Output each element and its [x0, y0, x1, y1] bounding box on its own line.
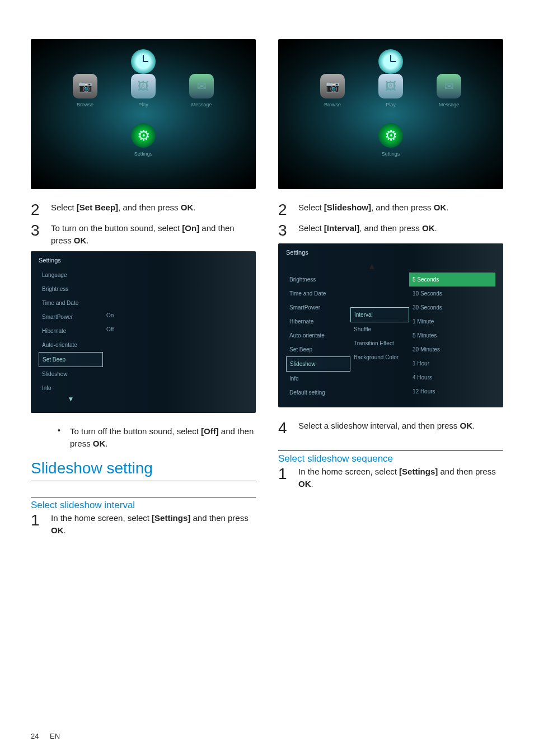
- step-text: Select [Slideshow], and then press OK.: [298, 201, 503, 214]
- settings-item: 1 Minute: [409, 314, 495, 328]
- settings-screenshot-2: Settings ▲ BrightnessTime and DateSmartP…: [278, 243, 503, 407]
- step-number: 2: [31, 201, 43, 218]
- home-item-message: ✉Message: [189, 74, 214, 107]
- settings-item: Slideshow: [39, 367, 103, 381]
- step-3-left: 3 To turn on the button sound, select [O…: [31, 222, 256, 247]
- settings-left-col: BrightnessTime and DateSmartPowerHiberna…: [286, 273, 350, 400]
- settings-item: 4 Hours: [409, 370, 495, 384]
- step-text: Select [Interval], and then press OK.: [298, 222, 503, 234]
- settings-item: SmartPower: [286, 300, 350, 314]
- home-item-message: ✉Message: [437, 74, 461, 107]
- settings-item: Auto-orientate: [39, 338, 103, 352]
- bullet-dot: •: [58, 425, 62, 436]
- two-column-layout: 📷Browse 🖼Play ✉Message ⚙Settings 2 Selec…: [31, 39, 503, 541]
- settings-item: Transition Effect: [350, 336, 409, 350]
- settings-item: Language: [39, 268, 103, 282]
- step-text: Select a slideshow interval, and then pr…: [298, 420, 503, 432]
- play-icon: 🖼: [378, 74, 403, 98]
- settings-item: Time and Date: [286, 287, 350, 300]
- section-heading-slideshow: Slideshow setting: [31, 459, 256, 477]
- step-text: To turn on the button sound, select [On]…: [51, 222, 256, 247]
- home-item-play: 🖼Play: [378, 74, 403, 107]
- settings-item: Info: [39, 381, 103, 395]
- settings-title: Settings: [278, 243, 503, 260]
- browse-label: Browse: [77, 102, 93, 107]
- settings-item: Hibernate: [286, 314, 350, 328]
- step-number: 4: [278, 420, 291, 436]
- settings-item: 10 Seconds: [409, 287, 495, 300]
- settings-item: 30 Minutes: [409, 342, 495, 356]
- settings-item: Auto-orientate: [286, 328, 350, 342]
- message-label: Message: [191, 102, 212, 107]
- page-lang: EN: [50, 732, 60, 740]
- step-number: 3: [31, 222, 43, 238]
- left-column: 📷Browse 🖼Play ✉Message ⚙Settings 2 Selec…: [31, 39, 256, 541]
- settings-item: Info: [286, 372, 350, 386]
- sub-heading-interval: Select slideshow interval: [31, 500, 256, 511]
- home-row-1: 📷Browse 🖼Play ✉Message: [278, 74, 503, 107]
- step-text: In the home screen, select [Settings] an…: [51, 512, 256, 537]
- step-4-right: 4 Select a slideshow interval, and then …: [278, 420, 503, 436]
- settings-item: 1 Hour: [409, 356, 495, 370]
- settings-item: Set Beep: [286, 342, 350, 356]
- settings-item: Hibernate: [39, 324, 103, 338]
- play-label: Play: [138, 102, 148, 107]
- manual-page: 📷Browse 🖼Play ✉Message ⚙Settings 2 Selec…: [0, 0, 534, 756]
- settings-item: Brightness: [39, 282, 103, 296]
- home-item-settings: ⚙Settings: [131, 123, 156, 157]
- sub-heading-sequence: Select slideshow sequence: [278, 453, 503, 464]
- step-2-right: 2 Select [Slideshow], and then press OK.: [278, 201, 503, 218]
- message-icon: ✉: [437, 74, 461, 98]
- step-number: 1: [31, 512, 43, 528]
- settings-screenshot-1: Settings LanguageBrightnessTime and Date…: [31, 251, 256, 413]
- home-clock-item: [278, 49, 503, 77]
- settings-body: BrightnessTime and DateSmartPowerHiberna…: [278, 273, 503, 407]
- clock-icon: [131, 49, 156, 74]
- step-2-left: 2 Select [Set Beep], and then press OK.: [31, 201, 256, 218]
- home-row-1: 📷Browse 🖼Play ✉Message: [31, 74, 256, 107]
- settings-item: SmartPower: [39, 310, 103, 324]
- step-text: In the home screen, select [Settings] an…: [298, 466, 503, 490]
- settings-item: Default setting: [286, 386, 350, 400]
- settings-item: Brightness: [286, 273, 350, 287]
- section-rule: [31, 481, 256, 481]
- message-label: Message: [439, 102, 460, 107]
- sub-rule: [31, 497, 256, 497]
- settings-item: Shuffle: [350, 322, 409, 336]
- settings-item: 5 Seconds: [409, 273, 495, 287]
- seq-step-1-right: 1 In the home screen, select [Settings] …: [278, 466, 503, 490]
- play-icon: 🖼: [131, 74, 156, 98]
- browse-icon: 📷: [320, 74, 345, 98]
- settings-item: 30 Seconds: [409, 300, 495, 314]
- page-footer: 24 EN: [31, 732, 60, 740]
- settings-item: Set Beep: [39, 352, 103, 367]
- settings-item: Time and Date: [39, 296, 103, 310]
- step-number: 2: [278, 201, 291, 218]
- bullet-text: To turn off the button sound, select [Of…: [70, 425, 256, 450]
- seq-step-1-left: 1 In the home screen, select [Settings] …: [31, 512, 256, 537]
- settings-item: On: [103, 308, 162, 322]
- settings-title: Settings: [31, 251, 256, 268]
- settings-item: Background Color: [350, 350, 409, 364]
- settings-right-col: 5 Seconds10 Seconds30 Seconds1 Minute5 M…: [409, 273, 495, 400]
- home-clock-item: [31, 49, 256, 77]
- home-row-2: ⚙Settings: [31, 123, 256, 157]
- settings-icon: ⚙: [131, 123, 156, 148]
- step-text: Select [Set Beep], and then press OK.: [51, 201, 256, 214]
- up-arrow-icon: ▲: [368, 261, 377, 271]
- home-screen-image-1: 📷Browse 🖼Play ✉Message ⚙Settings: [31, 39, 256, 189]
- settings-label: Settings: [382, 151, 400, 157]
- settings-left-col: LanguageBrightnessTime and DateSmartPowe…: [39, 268, 103, 405]
- home-row-2: ⚙Settings: [278, 123, 503, 157]
- settings-top-arrow-row: ▲: [278, 260, 503, 273]
- down-arrow-icon: ▼: [68, 395, 74, 403]
- settings-mid-col: IntervalShuffleTransition EffectBackgrou…: [350, 273, 409, 400]
- home-screen-image-2: 📷Browse 🖼Play ✉Message ⚙Settings: [278, 39, 503, 189]
- sub-rule: [278, 450, 503, 451]
- home-item-browse: 📷Browse: [320, 74, 345, 107]
- step-number: 1: [278, 466, 291, 482]
- step-3-right: 3 Select [Interval], and then press OK.: [278, 222, 503, 238]
- browse-icon: 📷: [73, 74, 97, 98]
- right-column: 📷Browse 🖼Play ✉Message ⚙Settings 2 Selec…: [278, 39, 503, 541]
- settings-item: 12 Hours: [409, 384, 495, 398]
